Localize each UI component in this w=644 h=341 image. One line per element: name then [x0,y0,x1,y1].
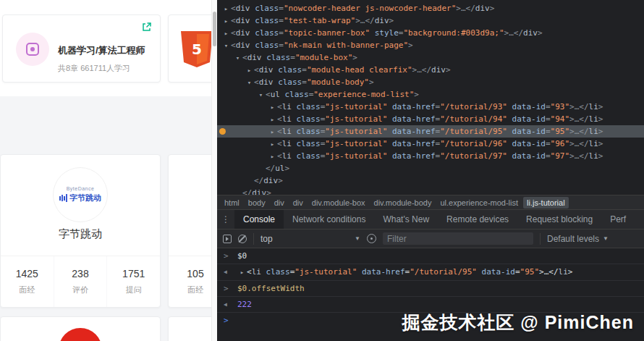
company-card-bottom[interactable] [0,316,161,341]
chip-icon [24,41,41,58]
company-name: 字节跳动 [1,227,160,241]
company-logo: ByteDance 字节跳动 [53,167,108,222]
company-card-bottom-partial[interactable] [168,316,211,341]
stat-questions[interactable]: 1751 提问 [106,256,160,307]
elements-tree-row[interactable]: ▸<div class="module-head clearfix">…</di… [217,64,644,76]
stat-interviews[interactable]: 1425 面经 [1,256,54,307]
disclosure-arrow-icon[interactable]: ▸ [268,138,277,151]
elements-tree-row[interactable]: </div> [217,174,644,187]
company-logo-text: 字节跳动 [59,193,101,203]
browser-page: 机器学习/算法工程师 共8章 661711人学习 5 ByteDance [0,0,211,341]
filter-input[interactable] [387,234,529,244]
element-markup: <div class="nowcoder-header js-nowcoder-… [231,4,494,13]
element-markup: </div> [242,188,271,195]
breadcrumb-item[interactable]: div.module-body [370,197,436,209]
breadcrumb-item[interactable]: div [271,197,288,209]
tutorial-icon [16,33,49,66]
tutorial-card-html5[interactable]: 5 [168,14,211,83]
log-levels-select[interactable]: Default levels ▼ [547,234,609,244]
disclosure-arrow-icon[interactable]: ▾ [245,77,254,89]
drawer-tab-console[interactable]: Console [234,210,284,229]
bytedance-icon [59,194,67,202]
stat-label: 评价 [72,285,88,295]
elements-tree-row[interactable]: ▸<li class="js-tutorial" data-href="/tut… [217,113,644,125]
console-result[interactable]: ◀▸<li class="js-tutorial" data-href="/tu… [217,264,644,281]
context-label: top [260,234,273,244]
disclosure-arrow-icon[interactable]: ▸ [221,28,231,40]
stat-label: 提问 [126,285,142,295]
company-stats: 105 面经 [169,256,211,307]
prompt-chevron-icon: > [224,313,229,328]
disclosure-arrow-icon[interactable]: ▸ [221,3,231,15]
element-markup: <div class="test-tab-wrap">…</div> [231,16,394,25]
chevron-down-icon: ▼ [355,235,360,242]
stat-value: 238 [72,268,88,279]
disclosure-arrow-icon[interactable]: ▸ [268,126,277,138]
elements-tree-row[interactable]: ▸<div class="test-tab-wrap">…</div> [217,14,644,27]
dom-breakpoint-marker-icon [219,128,226,135]
stat-reviews[interactable]: 238 评价 [54,256,107,307]
company-logo-cn: 字节跳动 [69,193,101,203]
elements-tree-row[interactable]: ▾<div class="module-box"> [217,51,644,64]
disclosure-arrow-icon[interactable]: ▸ [268,101,277,114]
element-markup: <div class="module-body"> [254,77,374,87]
breadcrumb-item[interactable]: div [289,197,307,209]
elements-tree-row[interactable]: ▸<li class="js-tutorial" data-href="/tut… [217,101,644,113]
page-scrollbar[interactable] [211,0,217,341]
page-scrollbar-thumb[interactable] [213,12,216,46]
company-card-bytedance[interactable]: ByteDance 字节跳动 字节跳动 1425 面经 238 评价 [0,154,161,308]
tutorial-title: 机器学习/算法工程师 [58,44,145,57]
elements-tree-row[interactable]: </ul> [217,162,644,174]
console-filter [383,232,533,245]
elements-tree-row[interactable]: ▸<div class="nowcoder-header js-nowcoder… [217,2,644,14]
tutorial-meta: 共8章 661711人学习 [58,63,130,74]
disclosure-arrow-icon[interactable]: ▾ [233,52,242,64]
live-expression-eye-icon[interactable] [367,234,376,243]
elements-tree: ▸<div class="nowcoder-header js-nowcoder… [217,0,644,195]
toolbar-divider [540,233,541,245]
element-markup: <div class="module-box"> [242,53,357,62]
company-card-partial[interactable]: 105 面经 [168,154,211,308]
disclosure-arrow-icon[interactable]: ▸ [268,114,277,126]
element-markup: <li class="js-tutorial" data-href="/tuto… [277,127,603,136]
elements-tree-row[interactable]: ▸<li class="js-tutorial" data-href="/tut… [217,150,644,162]
breadcrumb-item[interactable]: div.module-box [308,197,369,209]
disclosure-arrow-icon[interactable]: ▸ [268,151,277,163]
console-input-echo: >$0 [217,248,644,264]
elements-tree-row[interactable]: ▾<div class="module-body"> [217,76,644,88]
stat-value: 1425 [16,268,38,279]
breadcrumb-item[interactable]: body [245,197,269,209]
breadcrumb-item[interactable]: li.js-tutorial [523,197,569,209]
drawer-tab-remote-devices[interactable]: Remote devices [438,210,517,229]
disclosure-arrow-icon[interactable]: ▸ [221,15,231,28]
drawer-tab-network-conditions[interactable]: Network conditions [284,210,374,229]
disclosure-arrow-icon[interactable]: ▸ [237,265,247,280]
tutorial-card-ml[interactable]: 机器学习/算法工程师 共8章 661711人学习 [2,14,161,83]
disclosure-arrow-icon[interactable]: ▾ [256,89,266,101]
external-link-icon[interactable] [141,22,152,33]
stat-interviews[interactable]: 105 面经 [169,256,211,307]
stat-value: 105 [187,268,203,279]
element-markup: <div class="module-head clearfix">…</div… [254,65,451,75]
element-markup: <div class="nk-main with-banner-page"> [231,41,413,50]
execution-context-select[interactable]: top ▼ [260,234,360,244]
console-marker-icon: > [224,281,229,296]
elements-tree-row[interactable]: ▸<li class="js-tutorial" data-href="/tut… [217,125,644,138]
breadcrumb-item[interactable]: ul.experience-mod-list [436,197,522,209]
elements-tree-row[interactable]: ▸<div class="topic-banner-box" style="ba… [217,27,644,39]
drawer-tab-request-blocking[interactable]: Request blocking [517,210,601,229]
drawer-tab-perf[interactable]: Perf [601,210,635,229]
drawer-menu-icon[interactable]: ⋮ [217,210,234,229]
elements-tree-row[interactable]: ▾<ul class="experience-mod-list"> [217,88,644,101]
elements-tree-row[interactable]: </div> [217,187,644,195]
drawer-tab-what-s-new[interactable]: What's New [374,210,438,229]
element-markup: <div class="topic-banner-box" style="bac… [231,28,543,38]
clear-console-icon[interactable] [238,235,247,243]
console-sidebar-icon[interactable] [223,235,232,243]
elements-tree-row[interactable]: ▾<div class="nk-main with-banner-page"> [217,39,644,51]
disclosure-arrow-icon[interactable]: ▸ [245,64,254,77]
element-markup: <li class="js-tutorial" data-href="/tuto… [277,102,603,111]
elements-tree-row[interactable]: ▸<li class="js-tutorial" data-href="/tut… [217,138,644,150]
breadcrumb-item[interactable]: html [221,197,243,209]
disclosure-arrow-icon[interactable]: ▾ [221,40,231,52]
